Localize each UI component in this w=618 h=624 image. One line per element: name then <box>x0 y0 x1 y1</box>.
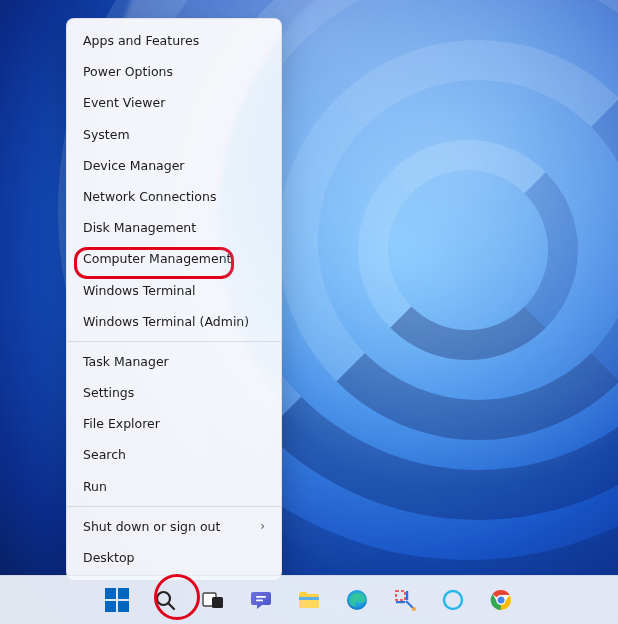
menu-item-label: Apps and Features <box>83 25 199 56</box>
chevron-right-icon: › <box>260 511 265 542</box>
desktop-wallpaper: Apps and FeaturesPower OptionsEvent View… <box>0 0 618 624</box>
svg-rect-12 <box>406 591 408 600</box>
menu-item-windows-terminal[interactable]: Windows Terminal <box>67 275 281 306</box>
menu-item-label: Search <box>83 439 126 470</box>
menu-item-shut-down-or-sign-out[interactable]: Shut down or sign out› <box>67 511 281 542</box>
edge-icon <box>345 588 369 612</box>
file-explorer-button[interactable] <box>289 580 329 620</box>
chrome-button[interactable] <box>481 580 521 620</box>
menu-item-event-viewer[interactable]: Event Viewer <box>67 87 281 118</box>
menu-item-run[interactable]: Run <box>67 471 281 502</box>
menu-item-settings[interactable]: Settings <box>67 377 281 408</box>
menu-item-label: Computer Management <box>83 243 231 274</box>
svg-rect-4 <box>256 596 266 598</box>
cortana-button[interactable] <box>433 580 473 620</box>
menu-item-label: Task Manager <box>83 346 169 377</box>
menu-item-power-options[interactable]: Power Options <box>67 56 281 87</box>
menu-item-label: Shut down or sign out <box>83 511 220 542</box>
menu-item-label: Settings <box>83 377 134 408</box>
menu-item-label: Windows Terminal (Admin) <box>83 306 249 337</box>
svg-rect-3 <box>212 597 223 608</box>
menu-item-windows-terminal-admin[interactable]: Windows Terminal (Admin) <box>67 306 281 337</box>
menu-item-computer-management[interactable]: Computer Management <box>67 243 281 274</box>
menu-separator <box>67 506 281 507</box>
windows-logo-icon <box>105 588 129 612</box>
menu-item-search[interactable]: Search <box>67 439 281 470</box>
snip-icon <box>393 588 417 612</box>
menu-item-task-manager[interactable]: Task Manager <box>67 346 281 377</box>
task-view-icon <box>201 588 225 612</box>
menu-item-label: Windows Terminal <box>83 275 196 306</box>
svg-point-11 <box>412 607 416 611</box>
menu-item-disk-management[interactable]: Disk Management <box>67 212 281 243</box>
menu-item-desktop[interactable]: Desktop <box>67 542 281 573</box>
svg-line-1 <box>169 604 175 610</box>
menu-item-device-manager[interactable]: Device Manager <box>67 150 281 181</box>
menu-item-apps-and-features[interactable]: Apps and Features <box>67 25 281 56</box>
menu-item-label: Disk Management <box>83 212 196 243</box>
menu-item-label: Event Viewer <box>83 87 165 118</box>
menu-item-system[interactable]: System <box>67 119 281 150</box>
menu-item-label: Network Connections <box>83 181 216 212</box>
menu-item-label: Power Options <box>83 56 173 87</box>
menu-item-label: Desktop <box>83 542 135 573</box>
svg-rect-13 <box>396 601 405 603</box>
chat-icon <box>249 588 273 612</box>
svg-rect-5 <box>256 600 263 602</box>
search-button[interactable] <box>145 580 185 620</box>
menu-item-label: Device Manager <box>83 150 185 181</box>
menu-item-label: System <box>83 119 130 150</box>
menu-item-file-explorer[interactable]: File Explorer <box>67 408 281 439</box>
chat-button[interactable] <box>241 580 281 620</box>
menu-item-network-connections[interactable]: Network Connections <box>67 181 281 212</box>
edge-button[interactable] <box>337 580 377 620</box>
file-explorer-icon <box>297 588 321 612</box>
task-view-button[interactable] <box>193 580 233 620</box>
cortana-icon <box>441 588 465 612</box>
menu-item-label: File Explorer <box>83 408 160 439</box>
winx-context-menu: Apps and FeaturesPower OptionsEvent View… <box>66 18 282 580</box>
snipping-tool-button[interactable] <box>385 580 425 620</box>
menu-separator <box>67 341 281 342</box>
search-icon <box>153 588 177 612</box>
chrome-icon <box>489 588 513 612</box>
start-button[interactable] <box>97 580 137 620</box>
svg-point-14 <box>444 591 462 609</box>
svg-rect-7 <box>299 597 319 600</box>
svg-rect-9 <box>396 591 405 600</box>
menu-item-label: Run <box>83 471 107 502</box>
taskbar <box>0 575 618 624</box>
